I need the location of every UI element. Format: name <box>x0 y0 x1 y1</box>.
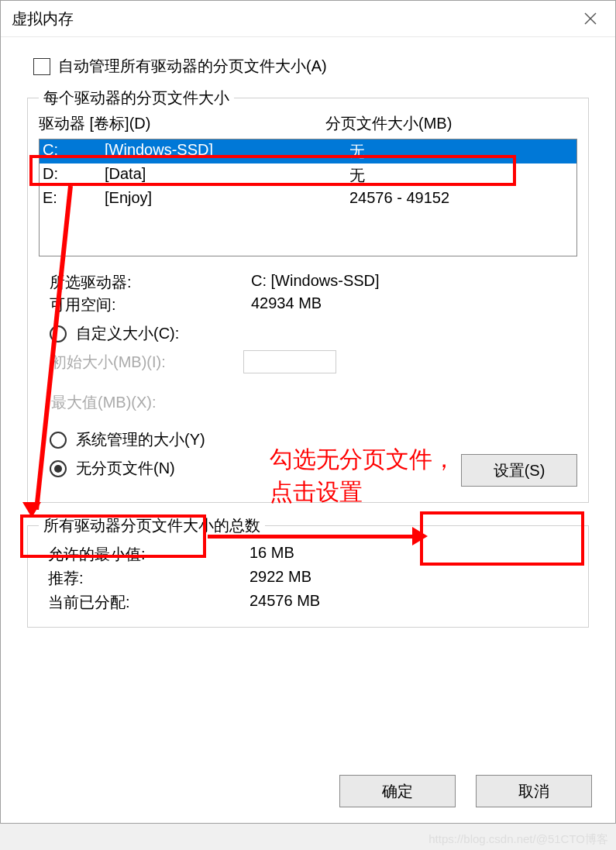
drive-size: 无 <box>349 165 573 186</box>
drive-table-header: 驱动器 [卷标](D) 分页文件大小(MB) <box>39 113 577 136</box>
drive-size: 24576 - 49152 <box>349 189 573 207</box>
drive-row-e[interactable]: E: [Enjoy] 24576 - 49152 <box>40 188 576 208</box>
custom-size-radio[interactable] <box>50 325 67 342</box>
rec-value: 2922 MB <box>249 568 311 589</box>
drive-table[interactable]: C: [Windows-SSD] 无 D: [Data] 无 E: [Enjoy… <box>39 139 577 256</box>
space-value: 42934 MB <box>251 294 322 315</box>
drive-letter: C: <box>43 141 105 162</box>
dialog-title: 虚拟内存 <box>12 9 74 29</box>
auto-manage-checkbox[interactable] <box>33 58 50 75</box>
initial-size-label: 初始大小(MB)(I): <box>51 352 214 373</box>
initial-size-input[interactable] <box>243 350 336 373</box>
cancel-button[interactable]: 取消 <box>476 775 592 807</box>
drive-letter: E: <box>43 189 105 207</box>
rec-label: 推荐: <box>48 568 249 589</box>
close-button[interactable] <box>575 7 606 30</box>
cur-value: 24576 MB <box>249 592 320 613</box>
system-managed-label: 系统管理的大小(Y) <box>76 429 205 450</box>
drive-volume: [Data] <box>105 165 349 186</box>
drive-volume: [Windows-SSD] <box>105 141 349 162</box>
space-label: 可用空间: <box>50 294 251 315</box>
system-managed-radio[interactable] <box>50 432 67 449</box>
ok-button[interactable]: 确定 <box>339 775 456 807</box>
drive-volume: [Enjoy] <box>105 189 349 207</box>
min-label: 允许的最小值: <box>48 544 249 565</box>
header-drive: 驱动器 [卷标](D) <box>39 113 325 134</box>
selected-label: 所选驱动器: <box>50 272 251 293</box>
auto-manage-row[interactable]: 自动管理所有驱动器的分页文件大小(A) <box>33 56 589 77</box>
close-icon <box>584 12 597 25</box>
per-drive-legend: 每个驱动器的分页文件大小 <box>39 88 234 108</box>
drive-row-c[interactable]: C: [Windows-SSD] 无 <box>40 139 576 163</box>
dialog-footer: 确定 取消 <box>339 775 592 807</box>
totals-group: 所有驱动器分页文件大小的总数 允许的最小值: 16 MB 推荐: 2922 MB… <box>27 515 589 628</box>
header-size: 分页文件大小(MB) <box>325 113 452 134</box>
cur-label: 当前已分配: <box>48 592 249 613</box>
drive-size: 无 <box>349 141 573 162</box>
max-size-row: 最大值(MB)(X): <box>51 391 577 414</box>
dialog-content: 自动管理所有驱动器的分页文件大小(A) 每个驱动器的分页文件大小 驱动器 [卷标… <box>1 37 615 648</box>
drive-letter: D: <box>43 165 105 186</box>
set-button[interactable]: 设置(S) <box>461 454 577 487</box>
no-paging-file-label: 无分页文件(N) <box>76 458 175 479</box>
virtual-memory-dialog: 虚拟内存 自动管理所有驱动器的分页文件大小(A) 每个驱动器的分页文件大小 驱动… <box>0 0 616 824</box>
selected-drive-info: 所选驱动器: C: [Windows-SSD] 可用空间: 42934 MB <box>50 272 577 315</box>
initial-size-row: 初始大小(MB)(I): <box>51 350 577 373</box>
selected-value: C: [Windows-SSD] <box>251 272 380 293</box>
min-value: 16 MB <box>249 544 294 565</box>
system-managed-row[interactable]: 系统管理的大小(Y) <box>50 429 577 450</box>
titlebar: 虚拟内存 <box>1 1 615 37</box>
drive-table-body: C: [Windows-SSD] 无 D: [Data] 无 E: [Enjoy… <box>40 139 576 256</box>
watermark: https://blog.csdn.net/@51CTO博客 <box>428 832 608 847</box>
no-paging-file-radio[interactable] <box>50 460 67 477</box>
auto-manage-label: 自动管理所有驱动器的分页文件大小(A) <box>58 56 327 77</box>
custom-size-row[interactable]: 自定义大小(C): <box>50 323 577 344</box>
custom-size-label: 自定义大小(C): <box>76 323 179 344</box>
max-size-label: 最大值(MB)(X): <box>51 392 214 413</box>
per-drive-group: 每个驱动器的分页文件大小 驱动器 [卷标](D) 分页文件大小(MB) C: [… <box>27 88 589 503</box>
drive-row-d[interactable]: D: [Data] 无 <box>40 163 576 188</box>
totals-legend: 所有驱动器分页文件大小的总数 <box>39 515 265 536</box>
